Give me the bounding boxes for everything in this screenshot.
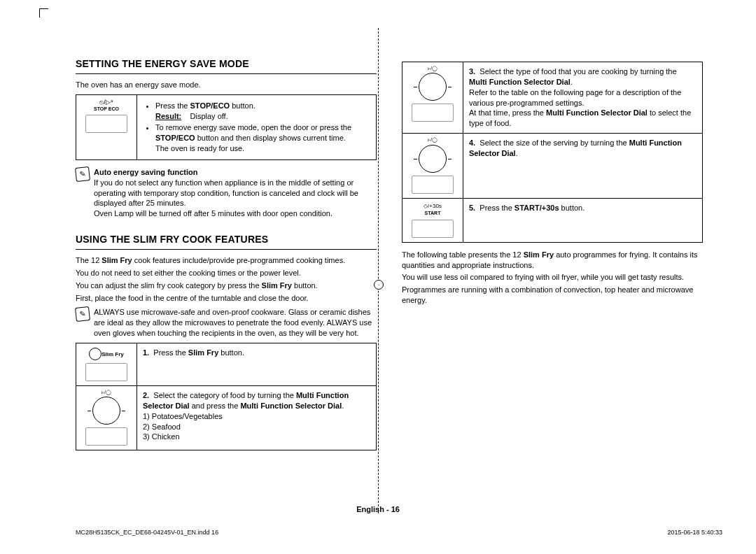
energy-intro: The oven has an energy save mode. — [76, 80, 377, 90]
slimfry-p3: You can adjust the slim fry cook categor… — [76, 280, 377, 291]
stop-eco-icon-cell: ⦸/▷ᵃ STOP ECO — [76, 94, 137, 159]
slimfry-p1: The 12 Slim Fry cook features include/pr… — [76, 255, 377, 266]
note-body: Auto energy saving function If you do no… — [94, 167, 377, 219]
heading-energy-save: SETTING THE ENERGY SAVE MODE — [76, 57, 377, 74]
cut-line — [378, 28, 379, 513]
dial-icon-cell: ▹/◯ — [76, 385, 137, 450]
page-footer-center: English - 16 — [0, 505, 756, 513]
right-column: ▹/◯ 3. Select the type of food that you … — [402, 28, 703, 457]
step-5-text: 5. Press the START/+30s button. — [463, 198, 703, 242]
start-icon-cell: ◇/+30s START — [402, 198, 463, 242]
dial-icon — [92, 397, 120, 425]
display-panel-icon — [412, 220, 454, 238]
table-row: ▹/◯ 2. Select the category of food by tu… — [76, 385, 377, 450]
dial-icon-cell: ▹/◯ — [402, 134, 463, 198]
display-panel-icon — [85, 115, 127, 133]
note-body: ALWAYS use microwave-safe and oven-proof… — [94, 307, 377, 339]
energy-table: ⦸/▷ᵃ STOP ECO Press the STOP/ECO button.… — [76, 94, 377, 160]
crop-mark-icon — [39, 8, 48, 17]
display-panel-icon — [85, 427, 127, 446]
page-footer-right: 2015-06-18 5:40:33 — [667, 529, 722, 536]
dial-icon — [419, 73, 447, 101]
slimfry-steps-table-cont: ▹/◯ 3. Select the type of food that you … — [402, 62, 703, 243]
display-panel-icon — [85, 363, 127, 381]
heading-slim-fry: USING THE SLIM FRY COOK FEATURES — [76, 233, 377, 250]
start-label: START — [408, 210, 457, 216]
page-footer-left: MC28H5135CK_EC_DE68-04245V-01_EN.indd 16 — [76, 529, 218, 536]
step-3-text: 3. Select the type of food that you are … — [463, 62, 703, 134]
list-item: Press the STOP/ECO button. Result: Displ… — [155, 101, 370, 122]
dial-top-label: ▹/◯ — [408, 136, 457, 143]
start-glyph: ◇/+30s — [408, 203, 457, 211]
slimfry-p4: First, place the food in the centre of t… — [76, 293, 377, 304]
left-column: SETTING THE ENERGY SAVE MODE The oven ha… — [76, 28, 377, 457]
dial-top-label: ▹/◯ — [408, 65, 457, 71]
energy-instructions: Press the STOP/ECO button. Result: Displ… — [137, 94, 377, 159]
step-2-text: 2. Select the category of food by turnin… — [137, 385, 377, 450]
stop-eco-icon: ⦸/▷ᵃ — [82, 99, 131, 106]
dial-top-label: ▹/◯ — [82, 389, 131, 395]
dial-icon-cell: ▹/◯ — [402, 62, 463, 134]
stop-eco-label: STOP ECO — [82, 106, 131, 112]
right-p3: Programmes are running with a combinatio… — [402, 285, 703, 306]
right-p1: The following table presents the 12 Slim… — [402, 250, 703, 271]
slimfry-button-icon — [89, 348, 102, 360]
slimfry-p2: You do not need to set either the cookin… — [76, 268, 377, 278]
result-label: Result: — [155, 112, 181, 120]
display-panel-icon — [412, 104, 454, 122]
note-icon: ✎ — [75, 306, 90, 322]
table-row: Slim Fry 1. Press the Slim Fry button. — [76, 343, 377, 385]
bullet-list: Press the STOP/ECO button. Result: Displ… — [143, 101, 370, 154]
step-4-text: 4. Select the size of the serving by tur… — [463, 134, 703, 198]
table-row: ⦸/▷ᵃ STOP ECO Press the STOP/ECO button.… — [76, 94, 377, 159]
content-columns: SETTING THE ENERGY SAVE MODE The oven ha… — [76, 28, 722, 457]
right-p2: You will use less oil compared to frying… — [402, 272, 703, 283]
display-panel-icon — [412, 176, 454, 194]
manual-page: SETTING THE ENERGY SAVE MODE The oven ha… — [0, 0, 756, 554]
dial-icon — [419, 145, 447, 173]
table-row: ▹/◯ 4. Select the size of the serving by… — [402, 134, 703, 198]
note-box: ✎ ALWAYS use microwave-safe and oven-pro… — [76, 307, 377, 339]
slimfry-icon-cell: Slim Fry — [76, 343, 137, 385]
table-row: ◇/+30s START 5. Press the START/+30s but… — [402, 198, 703, 242]
note-box: ✎ Auto energy saving function If you do … — [76, 167, 377, 219]
table-row: ▹/◯ 3. Select the type of food that you … — [402, 62, 703, 134]
slimfry-steps-table: Slim Fry 1. Press the Slim Fry button. ▹… — [76, 343, 377, 450]
scissor-mark-icon: · — [374, 280, 384, 290]
note-icon: ✎ — [75, 166, 90, 182]
list-item: To remove energy save mode, open the doo… — [155, 122, 370, 154]
step-1-text: 1. Press the Slim Fry button. — [137, 343, 377, 385]
